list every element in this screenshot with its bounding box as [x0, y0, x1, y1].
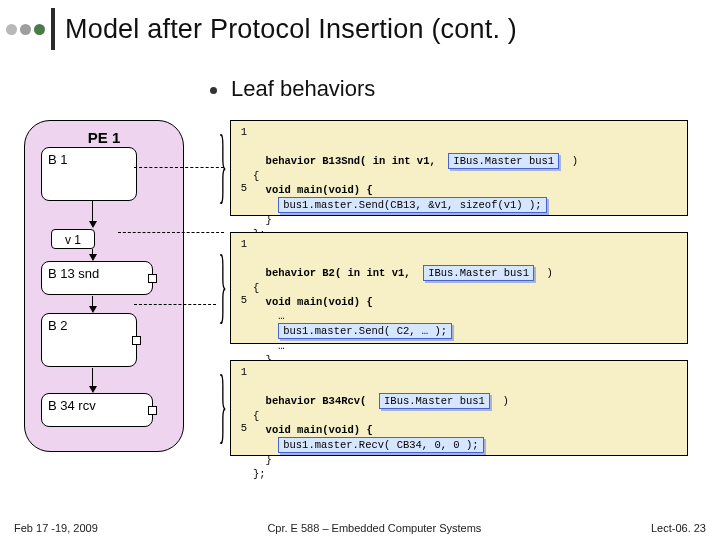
code-line: void main(void) { [253, 296, 373, 308]
block-b1: B 1 [41, 147, 137, 201]
brace-icon: } [219, 358, 227, 454]
code-b2: 1 5behavior B2( in int v1, IBus.Master b… [230, 232, 688, 344]
subheading-text: Leaf behaviors [231, 76, 375, 102]
dot-icon [20, 24, 31, 35]
pe-title: PE 1 [25, 129, 183, 146]
brace-icon: } [219, 238, 227, 334]
connector-dashed [134, 167, 224, 168]
bullet-icon [210, 87, 217, 94]
line-number: 5 [233, 421, 247, 435]
footer-page: Lect-06. 23 [651, 522, 706, 534]
title-bar [51, 8, 55, 50]
code-line: void main(void) { [253, 184, 373, 196]
slide-header: Model after Protocol Insertion (cont. ) [0, 0, 720, 56]
block-label: B 34 rcv [42, 394, 152, 417]
block-b34rcv: B 34 rcv [41, 393, 153, 427]
highlight: bus1.master.Send( C2, … ); [278, 323, 452, 339]
code-line: }; [253, 468, 266, 480]
highlight: IBus.Master bus1 [379, 393, 490, 409]
subheading: Leaf behaviors [210, 76, 720, 102]
block-label: B 13 snd [42, 262, 152, 285]
dot-icon [34, 24, 45, 35]
code-line: … [253, 310, 285, 322]
line-number: 1 [233, 125, 247, 139]
pe-panel: PE 1 B 1 v 1 B 13 snd B 2 B 34 rcv [24, 120, 184, 452]
brace-icon: } [219, 118, 227, 214]
block-v1: v 1 [51, 229, 95, 249]
arrow-down-icon [92, 368, 93, 392]
arrow-down-icon [92, 201, 93, 227]
footer-date: Feb 17 -19, 2009 [14, 522, 98, 534]
block-b13snd: B 13 snd [41, 261, 153, 295]
code-b13snd: 1 5behavior B13Snd( in int v1, IBus.Mast… [230, 120, 688, 216]
code-tail: ) [534, 267, 553, 279]
highlight: bus1.master.Recv( CB34, 0, 0 ); [278, 437, 483, 453]
decoration-dots [6, 24, 45, 35]
highlight: bus1.master.Send(CB13, &v1, sizeof(v1) )… [278, 197, 546, 213]
dot-icon [6, 24, 17, 35]
code-line: } [253, 454, 272, 466]
code-line: { [253, 282, 259, 294]
code-line: behavior B13Snd( in int v1, [266, 155, 436, 167]
code-line: void main(void) { [253, 424, 373, 436]
page-title: Model after Protocol Insertion (cont. ) [65, 14, 517, 45]
block-b2: B 2 [41, 313, 137, 367]
port-icon [148, 274, 157, 283]
code-line: … [253, 340, 285, 352]
line-number: 1 [233, 237, 247, 251]
code-line: { [253, 170, 259, 182]
connector-dashed [118, 232, 224, 233]
line-number: 1 [233, 365, 247, 379]
block-label: B 1 [42, 148, 136, 171]
slide-footer: Feb 17 -19, 2009 Cpr. E 588 – Embedded C… [0, 522, 720, 534]
line-number: 5 [233, 293, 247, 307]
arrow-down-icon [92, 249, 93, 260]
code-b34rcv: 1 5behavior B34Rcv( IBus.Master bus1 ) {… [230, 360, 688, 456]
code-line: { [253, 410, 259, 422]
arrow-down-icon [92, 296, 93, 312]
port-icon [148, 406, 157, 415]
code-line: } [253, 214, 272, 226]
port-icon [132, 336, 141, 345]
highlight: IBus.Master bus1 [448, 153, 559, 169]
code-line: behavior B2( in int v1, [266, 267, 411, 279]
line-number: 5 [233, 181, 247, 195]
footer-course: Cpr. E 588 – Embedded Computer Systems [267, 522, 481, 534]
block-label: B 2 [42, 314, 136, 337]
connector-dashed [134, 304, 216, 305]
highlight: IBus.Master bus1 [423, 265, 534, 281]
code-line: behavior B34Rcv( [266, 395, 367, 407]
code-tail: ) [490, 395, 509, 407]
code-tail: ) [559, 155, 578, 167]
